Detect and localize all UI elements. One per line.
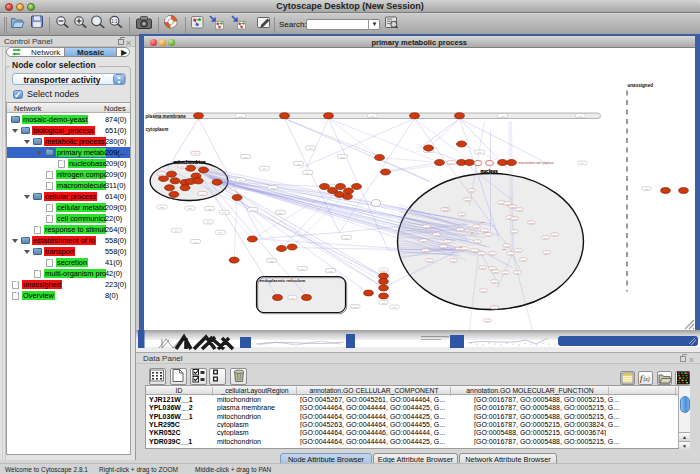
svg-text:(xx): (xx) xyxy=(263,167,267,170)
svg-text:(xx): (xx) xyxy=(544,236,548,239)
svg-text:YKL..: YKL.. xyxy=(458,245,464,247)
svg-text:(xx): (xx) xyxy=(459,228,463,231)
svg-text:(xx): (xx) xyxy=(194,152,198,155)
svg-text:plasma membrane: plasma membrane xyxy=(146,113,187,118)
svg-text:(xx): (xx) xyxy=(500,201,504,204)
svg-text:(xx): (xx) xyxy=(513,217,517,220)
svg-text:(xx): (xx) xyxy=(491,252,495,255)
svg-text:(xx): (xx) xyxy=(478,151,482,154)
svg-text:(xx): (xx) xyxy=(581,162,585,165)
svg-text:(xx): (xx) xyxy=(511,205,515,208)
svg-text:(xx): (xx) xyxy=(443,208,447,211)
svg-text:(xx): (xx) xyxy=(513,230,517,233)
svg-text:1:1: 1:1 xyxy=(111,19,118,24)
svg-text:(xx): (xx) xyxy=(553,233,557,236)
svg-text:(xx): (xx) xyxy=(516,271,520,274)
svg-text:(xx): (xx) xyxy=(486,319,490,322)
svg-text:(xx): (xx) xyxy=(466,198,470,201)
svg-text:(xx): (xx) xyxy=(446,240,450,243)
svg-text:(xx): (xx) xyxy=(219,231,223,234)
svg-text:(xx): (xx) xyxy=(476,240,480,243)
svg-text:YMR..: YMR.. xyxy=(480,220,487,222)
svg-text:(xx): (xx) xyxy=(194,240,198,243)
svg-text:(xx): (xx) xyxy=(222,211,226,214)
svg-text:(xx): (xx) xyxy=(271,186,275,189)
svg-text:(xx): (xx) xyxy=(435,233,439,236)
svg-text:(xx): (xx) xyxy=(297,162,301,165)
svg-text:(xx): (xx) xyxy=(180,165,184,168)
svg-text:(xx): (xx) xyxy=(452,259,456,262)
svg-text:(xx): (xx) xyxy=(279,211,283,214)
svg-text:cytoplasm: cytoplasm xyxy=(146,127,169,132)
svg-text:(xx): (xx) xyxy=(482,289,486,292)
svg-text:(xx): (xx) xyxy=(309,147,313,150)
svg-text:(xx): (xx) xyxy=(422,239,426,242)
svg-text:YDR..: YDR.. xyxy=(502,247,508,249)
svg-text:(xx): (xx) xyxy=(475,225,479,228)
svg-text:(xx): (xx) xyxy=(493,306,497,309)
svg-text:(xx): (xx) xyxy=(504,271,508,274)
svg-text:(xx): (xx) xyxy=(306,171,310,174)
svg-text:(xx): (xx) xyxy=(518,208,522,211)
svg-text:(xx): (xx) xyxy=(425,225,429,228)
svg-text:(xx): (xx) xyxy=(160,206,164,209)
svg-text:(xx): (xx) xyxy=(463,247,467,250)
svg-text:(xx): (xx) xyxy=(206,221,210,224)
svg-text:(xx): (xx) xyxy=(239,114,243,117)
svg-text:(xx): (xx) xyxy=(371,114,375,117)
svg-text:(xx): (xx) xyxy=(244,155,248,158)
svg-text:unassigned: unassigned xyxy=(628,82,654,87)
svg-text:(xx): (xx) xyxy=(301,267,305,270)
svg-text:(xx): (xx) xyxy=(270,259,274,262)
svg-text:(xx): (xx) xyxy=(424,249,428,252)
svg-text:(xx): (xx) xyxy=(473,249,477,252)
svg-text:(xx): (xx) xyxy=(545,251,549,254)
svg-text:(xx): (xx) xyxy=(208,207,212,210)
svg-text:(xx): (xx) xyxy=(481,266,485,269)
svg-text:mitochondrion: mitochondrion xyxy=(174,160,206,165)
svg-text:(xx): (xx) xyxy=(345,236,349,239)
svg-text:(xx): (xx) xyxy=(160,172,164,175)
svg-text:(xx): (xx) xyxy=(522,258,526,261)
svg-text:YBR..: YBR.. xyxy=(470,230,476,232)
svg-text:(xx): (xx) xyxy=(530,221,534,224)
svg-text:(xx): (xx) xyxy=(201,192,205,195)
svg-text:(xx): (xx) xyxy=(450,161,454,164)
svg-text:(xx): (xx) xyxy=(501,114,505,117)
svg-text:nucleus: nucleus xyxy=(481,169,499,174)
svg-text:(xx): (xx) xyxy=(645,187,649,190)
svg-text:(xx): (xx) xyxy=(341,155,345,158)
svg-text:(xx): (xx) xyxy=(428,259,432,262)
svg-text:(xx): (xx) xyxy=(382,301,386,304)
svg-text:(xx): (xx) xyxy=(175,229,179,232)
svg-text:(xx): (xx) xyxy=(470,189,474,192)
svg-text:(xx): (xx) xyxy=(291,296,295,299)
svg-text:(xx): (xx) xyxy=(354,305,358,308)
svg-text:(xx): (xx) xyxy=(493,280,497,283)
svg-text:(xx): (xx) xyxy=(487,233,491,236)
svg-text:(xx): (xx) xyxy=(382,269,386,272)
svg-text:(xx): (xx) xyxy=(188,207,192,210)
svg-text:(xx): (xx) xyxy=(460,213,464,216)
svg-text:(xx): (xx) xyxy=(329,269,333,272)
svg-text:mitochondrion and cytoplasm: mitochondrion and cytoplasm xyxy=(519,161,555,165)
svg-text:(xx): (xx) xyxy=(483,229,487,232)
svg-text:(xx): (xx) xyxy=(393,306,397,309)
svg-text:(xx): (xx) xyxy=(517,249,521,252)
svg-text:(xx): (xx) xyxy=(494,270,498,273)
svg-text:(xx): (xx) xyxy=(509,252,513,255)
svg-text:(xx): (xx) xyxy=(579,114,583,117)
svg-text:(xx): (xx) xyxy=(480,252,484,255)
svg-text:(xx): (xx) xyxy=(442,245,446,248)
svg-text:(xx): (xx) xyxy=(239,179,243,182)
svg-text:(xx): (xx) xyxy=(251,208,255,211)
